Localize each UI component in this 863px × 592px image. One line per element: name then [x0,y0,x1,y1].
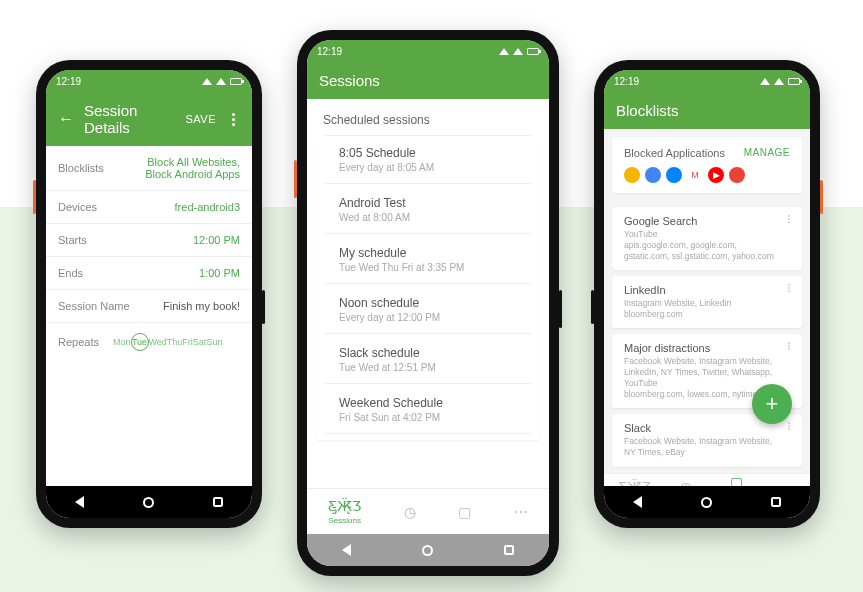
tab-sessions[interactable]: Ƹ̵̡Ӝ̵̨̄Ʒ Sessions [328,498,361,525]
row-value: Finish my book! [163,300,240,312]
blocked-apps-card[interactable]: Blocked Applications MANAGE M▶ [612,137,802,193]
nav-recent-icon[interactable] [771,497,781,507]
session-card[interactable]: My scheduleTue Wed Thu Fri at 3:35 PM [325,236,531,284]
session-subtitle: Every day at 12:00 PM [339,312,517,323]
signal-icon [202,78,212,85]
day-tue[interactable]: Tue [131,333,149,351]
row-session-name[interactable]: Session Name Finish my book! [46,290,252,323]
row-repeats: Repeats MonTueWedThuFriSatSun [46,323,252,361]
tab-blocklists[interactable]: ▢ Blocklists [720,474,753,486]
tab-label: Sessions [329,516,361,525]
session-card[interactable]: Android TestWed at 8:00 AM [325,186,531,234]
session-title: Weekend Schedule [339,396,517,410]
blocked-apps-label: Blocked Applications [624,147,725,159]
status-bar: 12:19 [46,70,252,92]
session-title: Android Test [339,196,517,210]
nav-back-icon[interactable] [75,496,84,508]
wifi-icon [513,48,523,55]
session-subtitle: Fri Sat Sun at 4:02 PM [339,412,517,423]
blocklist-title: Slack [624,422,780,434]
battery-icon [527,48,539,55]
session-card[interactable]: Weekend ScheduleFri Sat Sun at 4:02 PM [325,386,531,434]
header-title: Session Details [84,102,175,136]
nav-home-icon[interactable] [143,497,154,508]
tab-blocklists[interactable]: ▢ [458,504,471,520]
add-fab[interactable]: + [752,384,792,424]
wifi-icon [774,78,784,85]
phone-sessions: 12:19 Sessions Scheduled sessions 8:05 S… [297,30,559,576]
row-label: Ends [58,267,83,279]
shield-icon: ▢ [458,504,471,520]
session-card[interactable]: Noon scheduleEvery day at 12:00 PM [325,286,531,334]
session-subtitle: Wed at 8:00 AM [339,212,517,223]
day-sun[interactable]: Sun [206,337,222,347]
overflow-menu-icon[interactable] [788,215,790,262]
row-devices[interactable]: Devices fred-android3 [46,191,252,224]
row-value: 1:00 PM [199,267,240,279]
header-title: Blocklists [616,102,798,119]
battery-icon [788,78,800,85]
nav-recent-icon[interactable] [213,497,223,507]
power-button [591,290,594,324]
tab-more[interactable]: ⋯ [514,504,528,520]
app-header: ← Session Details SAVE [46,92,252,146]
manage-button[interactable]: MANAGE [744,147,790,159]
tab-history[interactable]: ◷ [404,504,416,520]
youtube-icon: ▶ [708,167,724,183]
row-label: Starts [58,234,87,246]
session-card[interactable]: 8:05 ScheduleEvery day at 8:05 AM [325,135,531,184]
day-fri[interactable]: Fri [182,337,193,347]
blocklist-subtitle: Facebook Website, Instagram Website, NY … [624,436,780,458]
phone-blocklists: 12:19 Blocklists Blocked Applications MA… [594,60,820,528]
day-sat[interactable]: Sat [193,337,207,347]
day-mon[interactable]: Mon [113,337,131,347]
row-value: 12:00 PM [193,234,240,246]
row-starts[interactable]: Starts 12:00 PM [46,224,252,257]
app-header: Sessions [307,62,549,99]
volume-button [820,180,823,214]
status-time: 12:19 [614,76,639,87]
signal-icon [499,48,509,55]
blocklist-title: Google Search [624,215,780,227]
nav-recent-icon[interactable] [504,545,514,555]
row-ends[interactable]: Ends 1:00 PM [46,257,252,290]
nav-back-icon[interactable] [633,496,642,508]
session-card[interactable]: Slack scheduleTue Wed at 12:51 PM [325,336,531,384]
contacts-icon [645,167,661,183]
tab-history[interactable]: ◷ [680,479,692,486]
session-title: Slack schedule [339,346,517,360]
chrome-icon [624,167,640,183]
blocklist-subtitle: YouTubeapis.google.com, google.com, gsta… [624,229,780,262]
row-label: Blocklists [58,162,104,174]
overflow-menu-icon[interactable] [788,422,790,458]
row-blocklists[interactable]: Blocklists Block All Websites, Block And… [46,146,252,191]
status-bar: 12:19 [307,40,549,62]
app-header: Blocklists [604,92,810,129]
day-wed[interactable]: Wed [149,337,167,347]
tab-bar: Ƹ̵̡Ӝ̵̨̄Ʒ ◷ ▢ Blocklists ⋯ [604,473,810,486]
overflow-menu-icon[interactable] [788,284,790,320]
phone-session-details: 12:19 ← Session Details SAVE Blocklists … [36,60,262,528]
overflow-menu-icon[interactable] [226,113,240,126]
session-title: 8:05 Schedule [339,146,517,160]
tab-sessions[interactable]: Ƹ̵̡Ӝ̵̨̄Ʒ [618,479,651,486]
nav-home-icon[interactable] [701,497,712,508]
shield-icon: ▢ [730,474,743,486]
volume-button [33,180,36,214]
status-time: 12:19 [56,76,81,87]
tab-more[interactable]: ⋯ [782,479,796,486]
butterfly-icon: Ƹ̵̡Ӝ̵̨̄Ʒ [618,479,651,486]
section-title: Scheduled sessions [307,99,549,135]
back-icon[interactable]: ← [58,110,74,128]
nav-back-icon[interactable] [342,544,351,556]
clock-icon: ◷ [680,479,692,486]
session-subtitle: Tue Wed at 12:51 PM [339,362,517,373]
day-thu[interactable]: Thu [167,337,183,347]
android-nav-bar [604,486,810,518]
more-icon: ⋯ [514,504,528,520]
blocklist-card[interactable]: Google SearchYouTubeapis.google.com, goo… [612,207,802,270]
row-label: Session Name [58,300,130,312]
save-button[interactable]: SAVE [185,113,216,125]
nav-home-icon[interactable] [422,545,433,556]
blocklist-card[interactable]: LinkedInInstagram Website, LinkedInbloom… [612,276,802,328]
